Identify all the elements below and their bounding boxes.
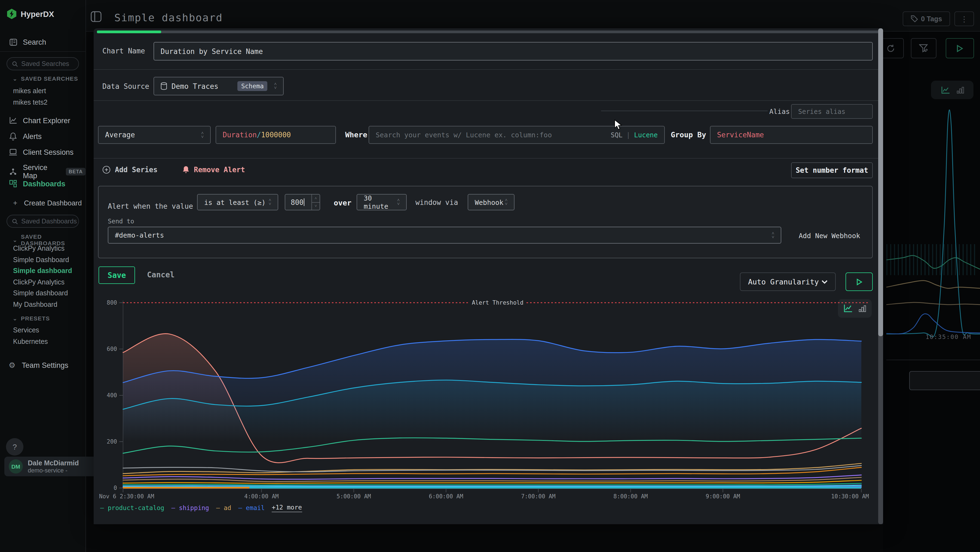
alert-settings-box: Alert when the value is at least (≥) ˄˅ … xyxy=(98,186,873,258)
granularity-select[interactable]: Auto Granularity xyxy=(740,273,836,291)
search-icon xyxy=(12,61,18,67)
divider xyxy=(0,51,86,52)
saved-dashboards-header[interactable]: ⌄ SAVED DASHBOARDS xyxy=(13,233,86,246)
preview-run-button[interactable] xyxy=(846,273,873,291)
legend-item[interactable]: — email xyxy=(238,504,265,512)
saved-dashboards-input[interactable]: Saved Dashboards xyxy=(6,215,79,228)
schema-badge: Schema xyxy=(237,81,267,91)
saved-dashboard-item[interactable]: Simple dashboard xyxy=(13,267,72,274)
saved-dashboard-item[interactable]: ClickPy Analytics xyxy=(13,245,65,252)
select-chevrons-icon: ˄˅ xyxy=(274,82,277,90)
scrollbar-thumb[interactable] xyxy=(878,28,883,336)
legend-more[interactable]: +12 more xyxy=(272,504,302,512)
aggregation-value: Average xyxy=(105,131,135,139)
preset-item[interactable]: Services xyxy=(13,326,39,334)
line-chart-icon[interactable] xyxy=(843,304,853,313)
legend-item[interactable]: — product-catalog xyxy=(100,504,164,512)
user-card[interactable]: DM Dale McDiarmid demo-service - › xyxy=(4,457,103,476)
background-chart-type-toggle[interactable] xyxy=(931,81,974,99)
sidebar-item-label: Chart Explorer xyxy=(23,116,70,124)
bell-icon xyxy=(9,132,18,140)
sidebar-item-team-settings[interactable]: ⚙ Team Settings xyxy=(8,361,68,369)
grid-icon xyxy=(9,179,18,188)
sidebar-item-alerts[interactable]: Alerts xyxy=(9,132,41,140)
data-source-select[interactable]: Demo Traces Schema ˄˅ xyxy=(154,77,284,95)
save-button[interactable]: Save xyxy=(99,266,135,284)
saved-dashboard-item[interactable]: My Dashboard xyxy=(13,300,57,308)
sidebar-item-service-map[interactable]: Service Map BETA xyxy=(9,163,86,180)
cancel-button[interactable]: Cancel xyxy=(147,270,175,279)
alert-channel-select[interactable]: Webhook ˄˅ xyxy=(468,194,514,211)
chart-name-input[interactable]: Duration by Service Name xyxy=(154,42,873,61)
legend-item[interactable]: — ad xyxy=(216,504,231,512)
brand-name: HyperDX xyxy=(21,10,54,18)
alert-threshold-value: 800 xyxy=(285,198,304,206)
bar-chart-icon[interactable] xyxy=(956,86,964,94)
brand[interactable]: HyperDX xyxy=(7,9,54,19)
sidebar: HyperDX Search Saved Searches ⌄ SAVED SE… xyxy=(0,0,86,552)
saved-dashboard-item[interactable]: Simple Dashboard xyxy=(13,256,69,263)
preset-item[interactable]: Kubernetes xyxy=(13,338,48,346)
sidebar-item-dashboards[interactable]: Dashboards xyxy=(9,179,65,188)
group-by-input[interactable]: ServiceName xyxy=(710,126,873,144)
background-time-label: 10:35:00 AM xyxy=(926,333,980,341)
background-bars-band xyxy=(886,244,977,275)
create-dashboard-button[interactable]: + Create Dashboard xyxy=(12,198,82,207)
lang-sql-toggle[interactable]: SQL xyxy=(611,131,622,139)
help-button[interactable]: ? xyxy=(6,438,24,456)
chart-editor-panel: Chart Name Duration by Service Name Data… xyxy=(94,28,883,524)
tags-button[interactable]: 0 Tags xyxy=(903,11,950,26)
number-stepper[interactable]: ˄˅ xyxy=(312,195,320,210)
line-chart-icon[interactable] xyxy=(940,86,950,94)
sidebar-item-chart-explorer[interactable]: Chart Explorer xyxy=(9,116,70,125)
sidebar-item-search[interactable]: Search xyxy=(9,38,46,46)
plus-circle-icon xyxy=(102,166,111,174)
lang-lucene-toggle[interactable]: Lucene xyxy=(634,131,658,139)
step-up-icon[interactable]: ˄ xyxy=(312,195,320,202)
legend-item[interactable]: — shipping xyxy=(171,504,209,512)
remove-alert-button[interactable]: Remove Alert xyxy=(182,166,245,174)
bar-chart-icon[interactable] xyxy=(859,305,866,312)
sidebar-item-label: Dashboards xyxy=(23,180,65,188)
alias-connector-line xyxy=(601,111,768,111)
alert-condition-select[interactable]: is at least (≥) ˄˅ xyxy=(197,194,278,211)
run-query-button[interactable] xyxy=(946,38,974,58)
alert-threshold-input[interactable]: 800 ˄˅ xyxy=(285,194,320,211)
group-by-value: ServiceName xyxy=(717,131,764,139)
saved-search-item[interactable]: mikes tets2 xyxy=(13,99,48,106)
sidebar-item-client-sessions[interactable]: Client Sessions xyxy=(9,148,73,156)
saved-dashboard-item[interactable]: Simple dashboard xyxy=(13,289,68,297)
beta-badge: BETA xyxy=(66,168,86,175)
saved-dashboard-item[interactable]: ClickPy Analytics xyxy=(13,278,65,286)
chevron-down-icon: ⌄ xyxy=(13,315,18,322)
chart-type-toggle[interactable] xyxy=(838,299,872,318)
filter-button[interactable] xyxy=(911,38,937,58)
sidebar-collapse-icon[interactable] xyxy=(91,11,102,22)
step-down-icon[interactable]: ˅ xyxy=(312,202,320,210)
database-icon xyxy=(161,82,167,90)
saved-searches-header[interactable]: ⌄ SAVED SEARCHES xyxy=(13,75,78,82)
send-to-value: #demo-alerts xyxy=(115,231,164,239)
alias-input[interactable]: Series alias xyxy=(791,104,873,119)
select-chevrons-icon: ˄˅ xyxy=(772,231,774,239)
chart-legend: — product-catalog— shipping— ad— email+1… xyxy=(100,504,302,512)
saved-search-item[interactable]: mikes alert xyxy=(13,87,46,95)
saved-searches-input[interactable]: Saved Searches xyxy=(6,57,79,70)
add-series-button[interactable]: Add Series xyxy=(102,166,158,174)
set-number-format-button[interactable]: Set number format xyxy=(791,163,873,178)
aggregation-select[interactable]: Average ˄˅ xyxy=(98,126,211,144)
field-expression-input[interactable]: Duration/1000000 xyxy=(216,126,336,144)
gear-icon: ⚙ xyxy=(8,361,16,369)
alias-label: Alias xyxy=(769,107,790,115)
kebab-menu-button[interactable]: ⋮ xyxy=(955,11,974,26)
send-to-select[interactable]: #demo-alerts ˄˅ xyxy=(108,227,781,244)
loading-bar xyxy=(97,30,879,33)
add-new-webhook-button[interactable]: Add New Webhook xyxy=(799,231,860,240)
chevron-down-icon: ⌄ xyxy=(13,75,18,82)
chevron-down-icon: ⌄ xyxy=(13,236,18,243)
sidebar-item-label: Search xyxy=(23,38,46,46)
presets-header[interactable]: ⌄ PRESETS xyxy=(13,315,50,322)
over-label: over xyxy=(334,198,352,207)
alert-window-select[interactable]: 30 minute ˄˅ xyxy=(356,194,407,211)
window-via-label: window via xyxy=(415,198,458,206)
